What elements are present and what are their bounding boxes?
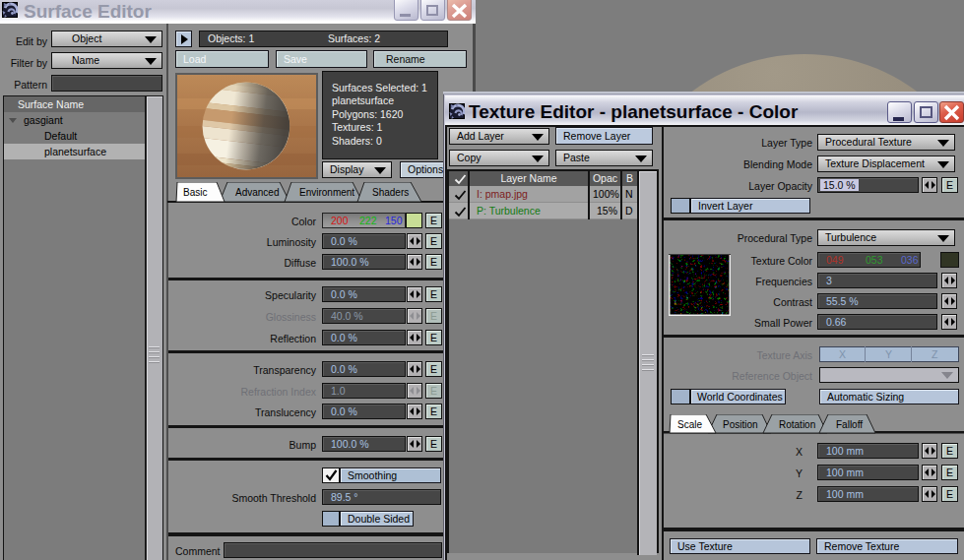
svg-text:Rotation: Rotation: [779, 419, 815, 430]
svg-text:Position: Position: [723, 419, 758, 430]
svg-text:Falloff: Falloff: [836, 419, 863, 430]
svg-text:Environment: Environment: [299, 187, 354, 198]
svg-text:Shaders: Shaders: [372, 187, 409, 198]
svg-text:Scale: Scale: [677, 419, 702, 430]
svg-text:Advanced: Advanced: [235, 187, 279, 198]
svg-text:Basic: Basic: [183, 187, 207, 198]
